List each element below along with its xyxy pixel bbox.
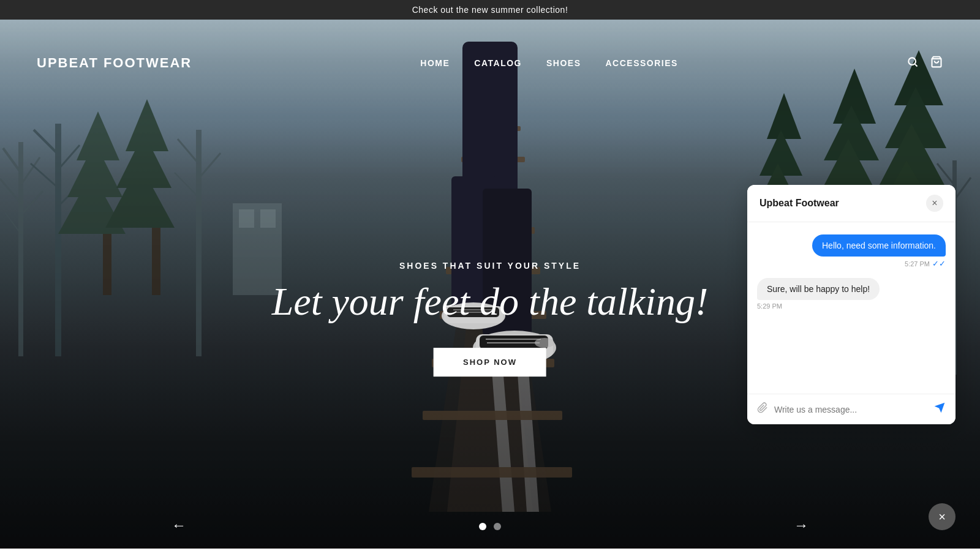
nav-shoes[interactable]: SHOES	[546, 58, 581, 68]
chat-header: Upbeat Footwear ×	[747, 185, 956, 222]
svg-line-1	[3, 148, 21, 173]
arrow-left-icon: ←	[172, 517, 186, 533]
nav-logo[interactable]: UPBEAT FOOTWEAR	[37, 55, 192, 71]
chat-message-in-1: Sure, will be happy to help! 5:29 PM	[757, 278, 946, 310]
nav-accessories[interactable]: ACCESSORIES	[605, 58, 677, 68]
close-circle-button[interactable]: ×	[929, 503, 956, 530]
hero-title: Let your feet do the talking!	[272, 280, 709, 323]
send-icon	[933, 402, 946, 414]
slider-dot-2[interactable]	[494, 523, 501, 530]
svg-line-4	[21, 191, 43, 216]
chat-time-2: 5:29 PM	[757, 302, 782, 310]
nav-catalog[interactable]: CATALOG	[474, 58, 522, 68]
slider-prev-button[interactable]: ←	[172, 517, 186, 534]
svg-rect-19	[196, 130, 202, 356]
close-icon: ×	[932, 198, 937, 209]
svg-rect-53	[423, 411, 562, 420]
chat-body: Hello, need some information. 5:27 PM ✓✓…	[747, 222, 956, 394]
svg-marker-35	[767, 93, 801, 139]
svg-line-9	[31, 163, 58, 188]
chat-time-1: 5:27 PM ✓✓	[905, 259, 946, 268]
chat-widget: Upbeat Footwear × Hello, need some infor…	[747, 185, 956, 424]
svg-rect-6	[55, 124, 61, 356]
arrow-right-icon: →	[794, 517, 809, 533]
chat-send-button[interactable]	[933, 402, 946, 417]
chat-close-button[interactable]: ×	[926, 195, 943, 212]
search-button[interactable]	[907, 56, 919, 71]
shop-now-button[interactable]: SHOP NOW	[434, 348, 546, 377]
chat-title: Upbeat Footwear	[760, 198, 839, 209]
svg-line-2	[21, 157, 40, 185]
svg-line-22	[175, 173, 198, 197]
search-icon	[907, 56, 919, 68]
chat-attach-button[interactable]	[757, 402, 768, 416]
announcement-text: Check out the new summer collection!	[412, 5, 568, 15]
navbar: UPBEAT FOOTWEAR HOME CATALOG SHOES ACCES…	[0, 42, 980, 84]
nav-home[interactable]: HOME	[420, 58, 450, 68]
chat-message-out-1: Hello, need some information. 5:27 PM ✓✓	[757, 234, 946, 268]
svg-point-69	[908, 58, 916, 65]
announcement-bar: Check out the new summer collection!	[0, 0, 980, 20]
slider-dot-1[interactable]	[479, 523, 486, 530]
read-checkmark: ✓✓	[932, 259, 946, 268]
left-trees	[0, 50, 294, 356]
hero-subtitle: SHOES THAT SUIT YOUR STYLE	[272, 261, 709, 271]
svg-line-70	[915, 64, 918, 66]
close-circle-icon: ×	[938, 510, 946, 524]
svg-line-21	[198, 153, 221, 179]
svg-line-7	[34, 130, 58, 154]
svg-line-3	[0, 179, 21, 203]
svg-rect-0	[18, 142, 23, 356]
svg-rect-54	[412, 467, 572, 478]
chat-input-area	[747, 394, 956, 424]
nav-icons	[907, 56, 943, 71]
chat-bubble-in-1: Sure, will be happy to help!	[757, 278, 880, 300]
slider-dots	[479, 523, 501, 530]
svg-rect-18	[152, 228, 160, 295]
svg-line-20	[178, 139, 198, 163]
attach-icon	[757, 402, 768, 413]
chat-input-field[interactable]	[774, 405, 927, 414]
hero-content: SHOES THAT SUIT YOUR STYLE Let your feet…	[272, 261, 709, 377]
cart-icon	[930, 56, 943, 68]
chat-bubble-out-1: Hello, need some information.	[812, 234, 946, 257]
cart-button[interactable]	[930, 56, 943, 71]
svg-line-8	[58, 145, 80, 170]
slider-next-button[interactable]: →	[794, 517, 809, 534]
svg-rect-14	[103, 234, 111, 295]
svg-rect-25	[260, 209, 276, 228]
svg-rect-24	[239, 209, 254, 228]
svg-line-41	[954, 178, 971, 200]
